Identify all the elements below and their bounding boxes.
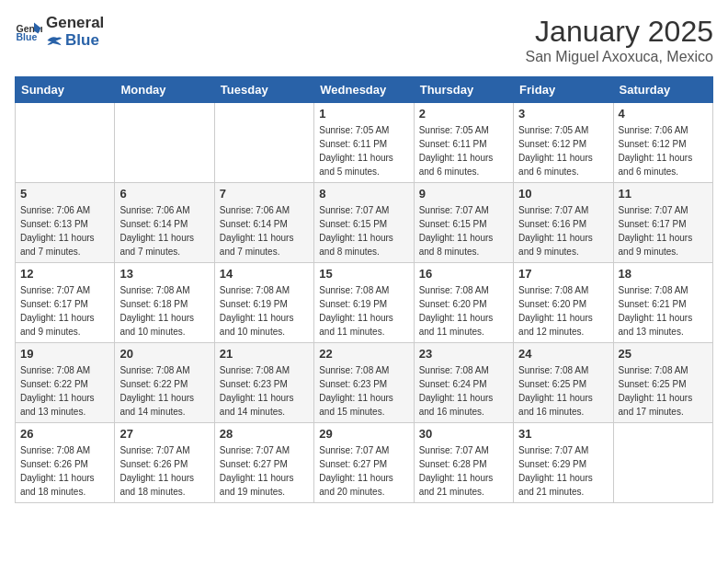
day-info: Sunrise: 7:06 AMSunset: 6:13 PMDaylight:… [20, 203, 109, 259]
calendar-cell: 30Sunrise: 7:07 AMSunset: 6:28 PMDayligh… [414, 423, 513, 503]
day-info: Sunrise: 7:08 AMSunset: 6:22 PMDaylight:… [119, 363, 209, 419]
calendar-cell: 3Sunrise: 7:05 AMSunset: 6:12 PMDaylight… [514, 103, 613, 183]
day-number: 25 [619, 347, 708, 361]
calendar-cell: 7Sunrise: 7:06 AMSunset: 6:14 PMDaylight… [214, 183, 313, 263]
weekday-header: Thursday [414, 77, 513, 103]
calendar-week-row: 5Sunrise: 7:06 AMSunset: 6:13 PMDaylight… [16, 183, 713, 263]
day-number: 9 [419, 187, 508, 201]
day-info: Sunrise: 7:07 AMSunset: 6:15 PMDaylight:… [319, 203, 408, 259]
weekday-header: Tuesday [214, 77, 313, 103]
day-number: 13 [119, 267, 209, 281]
day-info: Sunrise: 7:05 AMSunset: 6:11 PMDaylight:… [419, 123, 508, 178]
calendar-cell: 24Sunrise: 7:08 AMSunset: 6:25 PMDayligh… [514, 343, 613, 423]
day-number: 23 [419, 347, 508, 361]
title-section: January 2025 San Miguel Axoxuca, Mexico [525, 15, 713, 65]
day-info: Sunrise: 7:07 AMSunset: 6:17 PMDaylight:… [20, 283, 109, 339]
calendar-cell: 13Sunrise: 7:08 AMSunset: 6:18 PMDayligh… [115, 263, 214, 343]
day-info: Sunrise: 7:07 AMSunset: 6:27 PMDaylight:… [220, 443, 309, 499]
calendar-cell: 17Sunrise: 7:08 AMSunset: 6:20 PMDayligh… [514, 263, 613, 343]
day-number: 24 [518, 347, 608, 361]
calendar-week-row: 19Sunrise: 7:08 AMSunset: 6:22 PMDayligh… [16, 343, 713, 423]
weekday-header: Sunday [16, 77, 115, 103]
day-number: 8 [319, 187, 408, 201]
calendar-cell [115, 103, 214, 183]
calendar-cell: 28Sunrise: 7:07 AMSunset: 6:27 PMDayligh… [214, 423, 313, 503]
day-number: 7 [220, 187, 309, 201]
day-number: 11 [619, 187, 708, 201]
day-number: 2 [419, 107, 508, 121]
day-info: Sunrise: 7:07 AMSunset: 6:28 PMDaylight:… [419, 443, 508, 499]
day-number: 29 [319, 427, 408, 441]
day-info: Sunrise: 7:07 AMSunset: 6:17 PMDaylight:… [619, 203, 708, 259]
day-number: 6 [119, 187, 209, 201]
calendar-cell [16, 103, 115, 183]
calendar-cell: 1Sunrise: 7:05 AMSunset: 6:11 PMDaylight… [314, 103, 414, 183]
page-header: General Blue General Blue January 2025 S… [15, 15, 713, 65]
day-number: 15 [319, 267, 408, 281]
day-number: 22 [319, 347, 408, 361]
calendar-cell: 16Sunrise: 7:08 AMSunset: 6:20 PMDayligh… [414, 263, 513, 343]
calendar-cell: 5Sunrise: 7:06 AMSunset: 6:13 PMDaylight… [16, 183, 115, 263]
calendar-cell: 25Sunrise: 7:08 AMSunset: 6:25 PMDayligh… [613, 343, 712, 423]
calendar-cell: 11Sunrise: 7:07 AMSunset: 6:17 PMDayligh… [613, 183, 712, 263]
day-info: Sunrise: 7:08 AMSunset: 6:21 PMDaylight:… [619, 283, 708, 339]
day-info: Sunrise: 7:05 AMSunset: 6:12 PMDaylight:… [518, 123, 608, 178]
logo-general-text: General [46, 15, 104, 32]
weekday-header: Saturday [613, 77, 712, 103]
logo: General Blue General Blue [15, 15, 104, 49]
calendar-cell: 9Sunrise: 7:07 AMSunset: 6:15 PMDaylight… [414, 183, 513, 263]
day-number: 5 [20, 187, 109, 201]
day-info: Sunrise: 7:08 AMSunset: 6:25 PMDaylight:… [518, 363, 608, 419]
day-info: Sunrise: 7:07 AMSunset: 6:27 PMDaylight:… [319, 443, 408, 499]
logo-blue-text: Blue [65, 32, 99, 50]
calendar-cell [613, 423, 712, 503]
day-info: Sunrise: 7:06 AMSunset: 6:14 PMDaylight:… [220, 203, 309, 259]
day-number: 28 [220, 427, 309, 441]
calendar-cell: 19Sunrise: 7:08 AMSunset: 6:22 PMDayligh… [16, 343, 115, 423]
day-info: Sunrise: 7:08 AMSunset: 6:23 PMDaylight:… [319, 363, 408, 419]
day-number: 27 [119, 427, 209, 441]
day-number: 16 [419, 267, 508, 281]
day-number: 26 [20, 427, 109, 441]
calendar-cell: 14Sunrise: 7:08 AMSunset: 6:19 PMDayligh… [214, 263, 313, 343]
weekday-header: Wednesday [314, 77, 414, 103]
calendar-cell: 2Sunrise: 7:05 AMSunset: 6:11 PMDaylight… [414, 103, 513, 183]
day-number: 12 [20, 267, 109, 281]
day-info: Sunrise: 7:08 AMSunset: 6:22 PMDaylight:… [20, 363, 109, 419]
day-number: 17 [518, 267, 608, 281]
logo-icon: General Blue [15, 18, 42, 46]
calendar-cell: 20Sunrise: 7:08 AMSunset: 6:22 PMDayligh… [115, 343, 214, 423]
day-number: 19 [20, 347, 109, 361]
day-info: Sunrise: 7:08 AMSunset: 6:25 PMDaylight:… [619, 363, 708, 419]
calendar-cell [214, 103, 313, 183]
day-info: Sunrise: 7:06 AMSunset: 6:12 PMDaylight:… [619, 123, 708, 178]
calendar-week-row: 26Sunrise: 7:08 AMSunset: 6:26 PMDayligh… [16, 423, 713, 503]
calendar-cell: 23Sunrise: 7:08 AMSunset: 6:24 PMDayligh… [414, 343, 513, 423]
day-number: 3 [518, 107, 608, 121]
calendar-cell: 27Sunrise: 7:07 AMSunset: 6:26 PMDayligh… [115, 423, 214, 503]
day-info: Sunrise: 7:07 AMSunset: 6:29 PMDaylight:… [518, 443, 608, 499]
calendar-cell: 10Sunrise: 7:07 AMSunset: 6:16 PMDayligh… [514, 183, 613, 263]
day-number: 10 [518, 187, 608, 201]
day-info: Sunrise: 7:08 AMSunset: 6:20 PMDaylight:… [518, 283, 608, 339]
day-number: 21 [220, 347, 309, 361]
day-info: Sunrise: 7:08 AMSunset: 6:20 PMDaylight:… [419, 283, 508, 339]
calendar-cell: 6Sunrise: 7:06 AMSunset: 6:14 PMDaylight… [115, 183, 214, 263]
calendar-cell: 21Sunrise: 7:08 AMSunset: 6:23 PMDayligh… [214, 343, 313, 423]
weekday-header: Friday [514, 77, 613, 103]
day-info: Sunrise: 7:06 AMSunset: 6:14 PMDaylight:… [119, 203, 209, 259]
calendar-cell: 22Sunrise: 7:08 AMSunset: 6:23 PMDayligh… [314, 343, 414, 423]
day-info: Sunrise: 7:08 AMSunset: 6:26 PMDaylight:… [20, 443, 109, 499]
day-info: Sunrise: 7:08 AMSunset: 6:19 PMDaylight:… [319, 283, 408, 339]
calendar-cell: 31Sunrise: 7:07 AMSunset: 6:29 PMDayligh… [514, 423, 613, 503]
calendar-cell: 8Sunrise: 7:07 AMSunset: 6:15 PMDaylight… [314, 183, 414, 263]
day-number: 14 [220, 267, 309, 281]
day-info: Sunrise: 7:05 AMSunset: 6:11 PMDaylight:… [319, 123, 408, 178]
weekday-header-row: SundayMondayTuesdayWednesdayThursdayFrid… [16, 77, 713, 103]
day-info: Sunrise: 7:08 AMSunset: 6:24 PMDaylight:… [419, 363, 508, 419]
day-number: 1 [319, 107, 408, 121]
weekday-header: Monday [115, 77, 214, 103]
month-title: January 2025 [525, 15, 713, 49]
day-info: Sunrise: 7:08 AMSunset: 6:18 PMDaylight:… [119, 283, 209, 339]
calendar-cell: 26Sunrise: 7:08 AMSunset: 6:26 PMDayligh… [16, 423, 115, 503]
